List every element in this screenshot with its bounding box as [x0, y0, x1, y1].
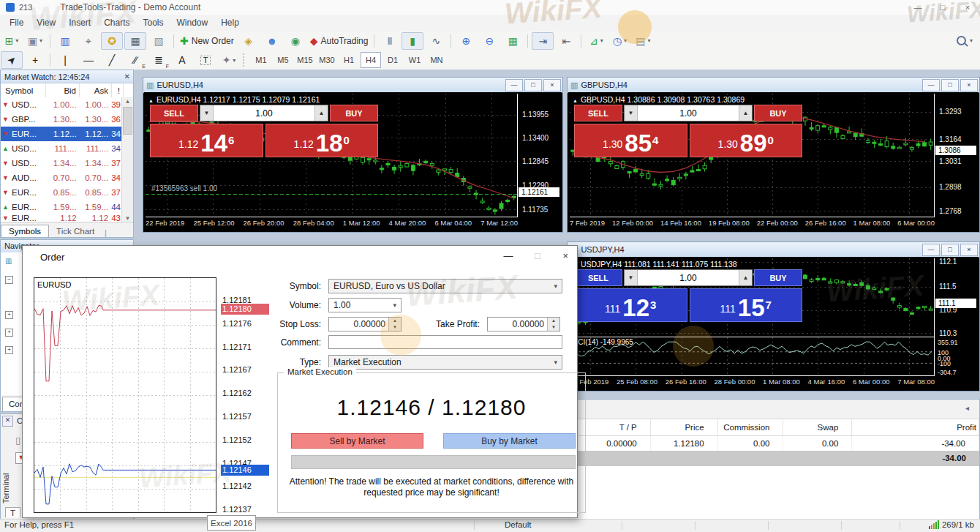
volume-increase-button[interactable]: ▲	[314, 105, 328, 121]
chart-minimize-button[interactable]: —	[505, 79, 523, 91]
type-select[interactable]: Market Execution▾	[328, 355, 562, 370]
collapse-icon[interactable]: ▲	[573, 98, 578, 103]
market-watch-row[interactable]: ▼USD...1.00...1.00...39	[1, 97, 122, 112]
timeframe-w1[interactable]: W1	[404, 52, 425, 68]
menu-tools[interactable]: Tools	[137, 15, 170, 31]
trendline-tool-button[interactable]: ╱	[101, 51, 123, 69]
ask-price-box[interactable]: 1.12180	[265, 124, 379, 157]
autotrading-button[interactable]: ◆AutoTrading	[308, 32, 371, 50]
terminal-column-header[interactable]: Price	[651, 419, 718, 435]
data-window-button[interactable]: ⌖	[78, 32, 99, 50]
sell-button[interactable]: SELL	[574, 105, 622, 121]
terminal-button[interactable]: ▦	[124, 32, 146, 50]
market-watch-row[interactable]: ▼AUD...0.70...0.70...34	[1, 171, 122, 185]
cursor-tool-button[interactable]: ➤	[1, 51, 23, 69]
sell-button[interactable]: SELL	[574, 269, 622, 286]
market-watch-column-ask[interactable]: Ask	[80, 83, 112, 98]
stop-loss-decrease-button[interactable]: ▼	[389, 324, 401, 331]
menu-help[interactable]: Help	[214, 15, 246, 31]
chart-restore-button[interactable]: □	[524, 79, 542, 91]
collapse-icon[interactable]: ▲	[148, 98, 154, 103]
terminal-column-header[interactable]: Profit	[852, 419, 979, 435]
restore-button[interactable]: □	[930, 0, 955, 15]
market-watch-row[interactable]: ▼EUR...1.121.1243	[1, 214, 122, 222]
market-watch-row[interactable]: ▲USD...111....111....34	[1, 141, 122, 156]
chart-titlebar[interactable]: ▥ EURUSD,H4 — □ ×	[143, 78, 562, 93]
timeframe-m15[interactable]: M15	[295, 52, 315, 68]
terminal-column-header[interactable]: T / P	[578, 419, 651, 435]
chart-close-button[interactable]: ×	[960, 244, 978, 256]
chart-titlebar[interactable]: ▥ USDJPY,H4 — □ ×	[568, 242, 979, 258]
market-watch-tab-tick-chart[interactable]: Tick Chart	[49, 225, 102, 237]
channel-tool-button[interactable]: ∕∕E	[124, 51, 146, 69]
timeframe-d1[interactable]: D1	[382, 52, 403, 68]
dialog-maximize-button[interactable]: □	[535, 250, 541, 261]
volume-decrease-button[interactable]: ▼	[625, 270, 638, 285]
ask-price-box[interactable]: 1.30890	[690, 124, 803, 157]
take-profit-input[interactable]: 0.00000 ▲▼	[487, 317, 560, 331]
expert-advisors-button[interactable]: ◈	[238, 32, 260, 50]
price-chart-eurusd[interactable]: ▲EURUSD,H4 1.12117 1.12175 1.12079 1.121…	[146, 94, 518, 217]
price-chart-gbpusd[interactable]: ▲GBPUSD,H4 1.30886 1.30908 1.30763 1.308…	[570, 94, 935, 217]
volume-decrease-button[interactable]: ▼	[625, 105, 638, 121]
volume-input[interactable]: 1.00	[638, 270, 739, 285]
line-chart-mode-button[interactable]: ∿	[425, 32, 447, 50]
take-profit-decrease-button[interactable]: ▼	[548, 324, 559, 331]
market-watch-row[interactable]: ▼GBP...1.30...1.30...36	[1, 112, 122, 127]
strategy-tester-button[interactable]: ▧	[148, 32, 170, 50]
candle-chart-mode-button[interactable]: ▮	[402, 32, 423, 50]
market-watch-column-symbol[interactable]: Symbol	[1, 83, 46, 98]
volume-decrease-button[interactable]: ▼	[200, 105, 214, 121]
crosshair-tool-button[interactable]: +	[24, 51, 46, 69]
tree-expand-icon[interactable]: +	[5, 329, 13, 337]
volume-increase-button[interactable]: ▲	[739, 105, 752, 121]
tree-expand-icon[interactable]: +	[5, 346, 13, 354]
new-chart-button[interactable]: ⊞▾	[1, 32, 23, 50]
dialog-minimize-button[interactable]: —	[504, 250, 513, 261]
volume-input[interactable]: 1.00	[214, 105, 314, 121]
menu-charts[interactable]: Charts	[97, 15, 136, 31]
stop-loss-input[interactable]: 0.00000 ▲▼	[328, 317, 402, 331]
chart-minimize-button[interactable]: —	[922, 244, 940, 256]
templates-button[interactable]: ▤▾	[632, 32, 654, 50]
terminal-tab[interactable]: T	[5, 507, 20, 517]
market-watch-tab-symbols[interactable]: Symbols	[1, 225, 49, 237]
buy-by-market-button[interactable]: Buy by Market	[443, 433, 576, 449]
cci-indicator-pane[interactable]: CCI(14) -149.9965	[570, 337, 935, 376]
chart-minimize-button[interactable]: —	[922, 79, 940, 91]
market-watch-column-[interactable]: !	[112, 83, 124, 98]
buy-button[interactable]: BUY	[754, 269, 802, 286]
status-profile[interactable]: Default	[505, 520, 531, 529]
market-watch-row[interactable]: ▲EUR...1.59...1.59...44	[1, 200, 122, 214]
close-button[interactable]: ×	[955, 0, 980, 15]
volume-select[interactable]: 1.00▾	[328, 298, 402, 312]
zoom-in-button[interactable]: ⊕	[455, 32, 477, 50]
auto-scroll-button[interactable]: ⇥	[532, 32, 554, 50]
timeframe-h1[interactable]: H1	[339, 52, 359, 68]
navigator-button[interactable]: ✪	[101, 32, 123, 50]
search-button[interactable]: ▾	[957, 36, 973, 45]
chart-close-button[interactable]: ×	[960, 79, 978, 91]
ask-price-box[interactable]: 111157	[690, 288, 803, 322]
take-profit-increase-button[interactable]: ▲	[548, 318, 559, 324]
chart-close-button[interactable]: ×	[543, 79, 561, 91]
label-tool-button[interactable]: T	[195, 51, 216, 69]
timeframe-mn[interactable]: MN	[426, 52, 447, 68]
toolbar-handle[interactable]	[243, 53, 248, 67]
terminal-column-header[interactable]: Commission	[718, 419, 784, 435]
sell-by-market-button[interactable]: Sell by Market	[291, 433, 423, 449]
timeframe-m5[interactable]: M5	[273, 52, 293, 68]
menu-view[interactable]: View	[30, 15, 62, 31]
market-watch-scrollbar[interactable]: ▲ ▼	[121, 97, 133, 222]
vertical-line-tool-button[interactable]: |	[54, 51, 76, 69]
market-watch-row[interactable]: ▼EUR...1.12...1.12...34	[1, 127, 122, 141]
chart-restore-button[interactable]: □	[941, 79, 959, 91]
terminal-column-header[interactable]: Swap	[783, 419, 852, 435]
zoom-out-button[interactable]: ⊖	[478, 32, 500, 50]
bid-price-box[interactable]: 111123	[574, 288, 687, 322]
indicators-button[interactable]: ⊿▾	[585, 32, 607, 50]
timeframe-m1[interactable]: M1	[251, 52, 271, 68]
periods-button[interactable]: ◷▾	[608, 32, 630, 50]
signals-button[interactable]: ◉	[284, 32, 306, 50]
comment-input[interactable]	[328, 335, 562, 349]
